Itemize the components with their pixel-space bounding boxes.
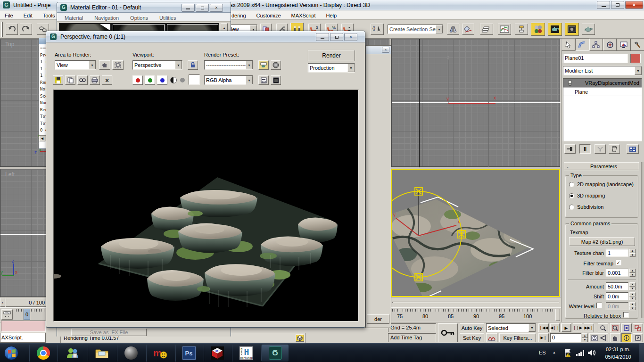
me-menu-utilities[interactable]: Utilities: [158, 14, 177, 21]
background-color-swatch[interactable]: [189, 74, 200, 85]
object-name-field[interactable]: Plane01: [563, 54, 628, 63]
maxscript-mini-listener-pink[interactable]: [1, 321, 46, 332]
radio-3d-mapping[interactable]: [569, 193, 574, 198]
tab-display[interactable]: [617, 39, 630, 51]
selected-filter-dropdown[interactable]: Selected▼: [486, 323, 536, 332]
vfb-minimize-button[interactable]: [316, 33, 329, 41]
menu-tools[interactable]: Tools: [42, 12, 56, 19]
render-preset-dropdown[interactable]: -------------------------▼: [204, 60, 253, 70]
trackbar-frame-marker[interactable]: 0: [24, 309, 30, 320]
zoom-button[interactable]: [598, 323, 608, 332]
water-level-spinner[interactable]: ▲▼: [629, 302, 636, 310]
stack-row-plane[interactable]: Plane: [563, 88, 642, 96]
frame-spinner[interactable]: ▲▼: [582, 333, 588, 342]
key-filters-button[interactable]: Key Filters...: [499, 333, 536, 342]
configure-modifier-sets-button[interactable]: [627, 144, 639, 154]
toolbar-grip[interactable]: [1, 22, 3, 37]
viewport-perspective[interactable]: y x: [391, 169, 560, 297]
pan-button[interactable]: [610, 333, 620, 342]
material-editor-minimize-button[interactable]: [182, 4, 195, 12]
render-mode-dropdown[interactable]: Production▼: [308, 63, 355, 73]
parameters-rollout-header[interactable]: - Parameters: [564, 162, 639, 170]
blue-channel-button[interactable]: [157, 75, 167, 85]
shift-field[interactable]: 0.0m: [606, 292, 628, 300]
auto-key-button[interactable]: Auto Key: [460, 323, 484, 332]
current-frame-field[interactable]: 0: [550, 333, 581, 342]
water-level-checkbox[interactable]: [596, 303, 602, 308]
taskbar-chrome-button[interactable]: [29, 345, 57, 362]
tab-hierarchy[interactable]: [589, 39, 603, 51]
lightbulb-icon[interactable]: [567, 80, 573, 86]
chevron-down-icon[interactable]: ▼: [436, 25, 443, 33]
render-canvas[interactable]: [53, 90, 359, 321]
add-time-tag-field[interactable]: Add Time Tag: [388, 333, 436, 342]
taskbar-sphere-button[interactable]: [117, 345, 144, 362]
start-button[interactable]: [2, 345, 21, 361]
texture-chan-spinner[interactable]: ▲▼: [629, 249, 636, 257]
me-menu-navigation[interactable]: Navigation: [93, 14, 120, 21]
time-slider-handle[interactable]: 0 / 100: [6, 298, 47, 307]
go-to-start-button[interactable]: ❘◀◀: [538, 323, 549, 332]
chevron-down-icon[interactable]: ▼: [246, 61, 253, 69]
quick-render-button[interactable]: [582, 24, 595, 35]
speaker-icon[interactable]: [587, 349, 596, 357]
me-menu-material[interactable]: Material: [64, 14, 84, 21]
chevron-down-icon[interactable]: ▼: [89, 61, 96, 69]
zoom-extents-all-button[interactable]: [633, 323, 643, 332]
cube-icon[interactable]: [296, 334, 304, 342]
menu-maxscript[interactable]: MAXScript: [290, 12, 317, 19]
remove-modifier-button[interactable]: [609, 144, 620, 154]
layer-compare-button[interactable]: [258, 75, 269, 85]
field-of-view-button[interactable]: [598, 333, 608, 342]
stack-row-vraydisplacement[interactable]: VRayDisplacementMod: [563, 79, 642, 88]
tray-language[interactable]: ES: [539, 350, 546, 355]
menu-rendering-clipped[interactable]: dering: [231, 12, 247, 19]
filter-texmap-checkbox[interactable]: ✓: [616, 260, 621, 265]
chevron-down-icon[interactable]: ▼: [347, 64, 355, 72]
chevron-down-icon[interactable]: ▼: [246, 76, 253, 84]
set-keys-button[interactable]: [438, 323, 458, 342]
taskbar-mirc-button[interactable]: m: [146, 345, 173, 362]
align-button[interactable]: [462, 24, 474, 35]
vfb-close-button[interactable]: ×: [344, 33, 357, 41]
selection-set-combo[interactable]: Create Selection Set▼: [388, 25, 443, 34]
render-button-fragment[interactable]: der: [367, 314, 389, 324]
amount-spinner[interactable]: ▲▼: [629, 282, 636, 290]
curve-editor-button[interactable]: [498, 24, 511, 35]
taskbar-explorer-button[interactable]: [88, 345, 115, 362]
redo-button[interactable]: [20, 24, 32, 35]
render-setup-button[interactable]: [548, 23, 562, 36]
radio-subdivision-label[interactable]: Subdivision: [577, 204, 603, 210]
next-frame-button[interactable]: ❘❘▶: [573, 323, 582, 332]
chevron-down-icon[interactable]: ▼: [528, 324, 536, 332]
modifier-stack[interactable]: VRayDisplacementMod Plane: [563, 78, 642, 141]
arc-rotate-button[interactable]: [621, 333, 632, 342]
go-to-end-button[interactable]: ▶▶❘: [584, 323, 594, 332]
auto-region-button[interactable]: [112, 60, 124, 70]
tab-modify[interactable]: [575, 39, 589, 51]
layer-manager-button[interactable]: [480, 24, 493, 35]
menu-help[interactable]: Help: [325, 12, 338, 19]
render-setup-small-button[interactable]: [258, 60, 269, 70]
main-restore-button[interactable]: [611, 1, 624, 9]
menu-file[interactable]: File: [4, 12, 14, 19]
undo-button[interactable]: [6, 24, 18, 35]
edit-region-button[interactable]: [99, 60, 110, 70]
play-button[interactable]: ▶: [561, 323, 571, 332]
taskbar-messenger-button[interactable]: [58, 345, 86, 362]
red-channel-button[interactable]: [132, 75, 143, 85]
viewport-front[interactable]: z y x: [391, 39, 560, 167]
taskbar-mpq-button[interactable]: M: [204, 345, 230, 362]
set-key-button[interactable]: Set Key: [460, 333, 484, 342]
print-image-button[interactable]: [90, 75, 100, 85]
texture-chan-field[interactable]: 1: [606, 249, 628, 257]
tray-expand-icon[interactable]: ▲: [553, 351, 556, 354]
clone-window-button[interactable]: [77, 75, 88, 85]
relative-bbox-checkbox[interactable]: [623, 312, 629, 318]
shift-spinner[interactable]: ▲▼: [629, 292, 636, 300]
material-editor-close-button[interactable]: ×: [210, 4, 223, 12]
water-level-field[interactable]: 0.0m: [606, 302, 628, 310]
object-color-swatch[interactable]: [630, 54, 641, 63]
front-plane-edge[interactable]: z y x: [444, 47, 510, 106]
material-editor-titlebar[interactable]: G Material Editor - 01 - Default ×: [57, 2, 231, 13]
